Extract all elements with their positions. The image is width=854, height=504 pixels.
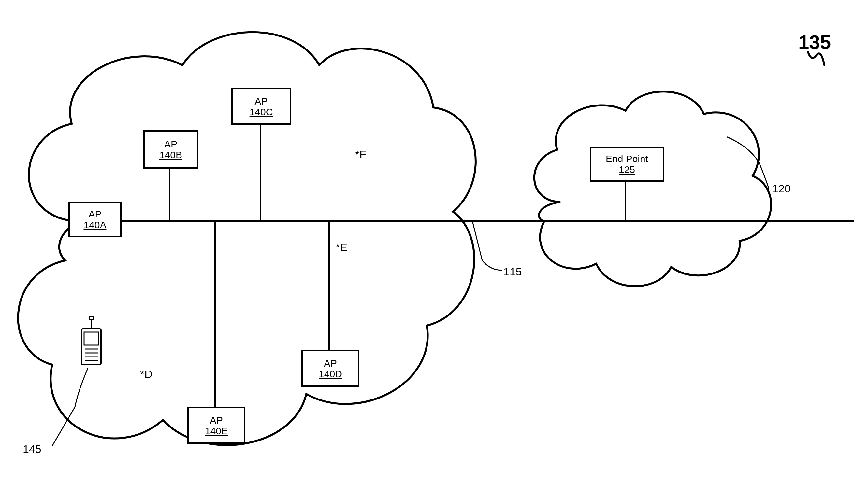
label-ap-140c: AP [255, 96, 267, 106]
marker-e: *E [336, 241, 347, 254]
svg-rect-1 [89, 317, 93, 320]
callout-115: 115 [503, 265, 522, 278]
box-ap-140a: AP 140A [68, 202, 122, 237]
svg-rect-3 [84, 332, 99, 345]
box-endpoint: End Point 125 [590, 146, 664, 182]
leader-115 [472, 221, 502, 270]
label-endpoint: End Point [606, 154, 648, 164]
box-ap-140b: AP 140B [143, 130, 198, 169]
num-ap-140b: 140B [159, 149, 182, 160]
label-ap-140b: AP [164, 139, 177, 149]
callout-120: 120 [772, 182, 791, 195]
leader-120 [727, 137, 769, 189]
label-ap-140e: AP [210, 415, 223, 426]
marker-f: *F [355, 148, 366, 161]
mobile-device-icon [82, 317, 101, 365]
marker-d: *D [140, 368, 153, 381]
num-ap-140d: 140D [319, 368, 342, 379]
label-ap-140d: AP [324, 358, 337, 368]
cloud-right [534, 91, 771, 286]
box-ap-140c: AP 140C [231, 88, 291, 125]
num-ap-140e: 140E [205, 426, 228, 436]
callout-145: 145 [23, 443, 41, 455]
label-ap-140a: AP [88, 209, 101, 219]
num-ap-140c: 140C [249, 106, 273, 117]
diagram-canvas [0, 0, 854, 504]
box-ap-140d: AP 140D [301, 350, 360, 387]
num-endpoint: 125 [619, 164, 635, 175]
figure-number: 135 [798, 31, 831, 53]
figure-squiggle [808, 52, 824, 65]
num-ap-140a: 140A [83, 219, 106, 230]
box-ap-140e: AP 140E [187, 407, 245, 444]
